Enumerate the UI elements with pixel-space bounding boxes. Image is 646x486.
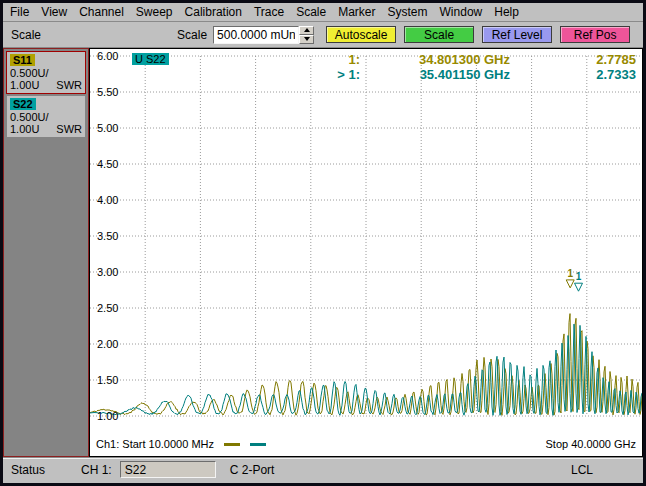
- scale-value-input[interactable]: [213, 26, 299, 44]
- swr-plot-canvas[interactable]: 11: [90, 49, 642, 456]
- marker-frequency: 34.801300 GHz: [360, 52, 510, 67]
- s11-trace-chip: S11: [10, 54, 35, 66]
- menu-item-window[interactable]: Window: [440, 5, 483, 19]
- menu-item-help[interactable]: Help: [494, 5, 519, 19]
- scale-button[interactable]: Scale: [404, 26, 474, 43]
- plot-panel[interactable]: 11 6.005.505.004.504.003.503.002.502.001…: [89, 48, 643, 457]
- spin-up-icon: [304, 28, 310, 32]
- marker-readout-s11: 1: 34.801300 GHz 2.7785: [318, 52, 636, 67]
- menu-item-sweep[interactable]: Sweep: [136, 5, 173, 19]
- autoscale-button[interactable]: Autoscale: [326, 26, 396, 43]
- s22-trace-chip: S22: [10, 98, 36, 110]
- lcl-mode-indicator: LCL: [571, 463, 593, 477]
- vna-application-window: FileViewChannelSweepCalibrationTraceScal…: [0, 0, 646, 486]
- menu-item-view[interactable]: View: [41, 5, 67, 19]
- menu-item-marker[interactable]: Marker: [338, 5, 375, 19]
- scale-stepper: [299, 26, 314, 44]
- menu-item-calibration[interactable]: Calibration: [185, 5, 242, 19]
- marker-frequency: 35.401150 GHz: [360, 67, 510, 82]
- trace-info-s22[interactable]: S22 0.500U/ 1.00U SWR: [6, 95, 86, 138]
- marker-label: 1: [567, 268, 573, 279]
- trace-sidebar: S11 0.500U/ 1.00U SWR S22 0.500U/ 1.00U …: [3, 48, 89, 457]
- marker-triangle[interactable]: [566, 280, 574, 288]
- spin-down-button[interactable]: [299, 35, 314, 44]
- marker-triangle[interactable]: [575, 283, 583, 291]
- s22-format: SWR: [56, 123, 82, 135]
- ref-pos-button[interactable]: Ref Pos: [560, 26, 630, 43]
- marker-label: 1: [576, 271, 582, 282]
- s11-format: SWR: [56, 79, 82, 91]
- spin-down-icon: [304, 37, 310, 41]
- menu-item-system[interactable]: System: [388, 5, 428, 19]
- s22-legend-swatch: [250, 443, 266, 446]
- ref-level-button[interactable]: Ref Level: [482, 26, 552, 43]
- menu-item-trace[interactable]: Trace: [254, 5, 284, 19]
- sweep-stop-label: Stop 40.0000 GHz: [545, 438, 636, 450]
- menu-item-file[interactable]: File: [10, 5, 29, 19]
- channel-label: CH 1:: [81, 463, 112, 477]
- spin-up-button[interactable]: [299, 26, 314, 35]
- s11-legend-swatch: [224, 443, 240, 446]
- marker-readout: 1: 34.801300 GHz 2.7785 > 1: 35.401150 G…: [318, 52, 636, 82]
- active-trace-chip: U S22: [132, 53, 169, 65]
- s11-scale-value: 0.500U/: [10, 67, 82, 79]
- menu-item-scale[interactable]: Scale: [296, 5, 326, 19]
- status-bar: Status CH 1: S22 C 2-Port LCL: [3, 457, 643, 481]
- s22-scale-value: 0.500U/: [10, 111, 82, 123]
- marker-readout-s22: > 1: 35.401150 GHz 2.7333: [318, 67, 636, 82]
- measurement-selector[interactable]: S22: [120, 461, 216, 478]
- menu-item-channel[interactable]: Channel: [79, 5, 124, 19]
- toolbar: Scale Scale Autoscale Scale Ref Level Re…: [3, 22, 643, 48]
- s22-ref-value: 1.00U: [10, 123, 39, 135]
- trace-info-s11[interactable]: S11 0.500U/ 1.00U SWR: [6, 51, 86, 94]
- scale-field-label: Scale: [177, 28, 207, 42]
- s11-ref-value: 1.00U: [10, 79, 39, 91]
- menubar: FileViewChannelSweepCalibrationTraceScal…: [3, 3, 643, 22]
- calibration-status: C 2-Port: [230, 463, 275, 477]
- sweep-start-label: Ch1: Start 10.0000 MHz: [96, 438, 214, 450]
- marker-value: 2.7785: [510, 52, 636, 67]
- marker-value: 2.7333: [510, 67, 636, 82]
- main-area: S11 0.500U/ 1.00U SWR S22 0.500U/ 1.00U …: [3, 48, 643, 457]
- toolbar-mode-label: Scale: [11, 28, 41, 42]
- sweep-range-footer: Ch1: Start 10.0000 MHz Stop 40.0000 GHz: [96, 438, 636, 450]
- status-label: Status: [11, 463, 45, 477]
- marker-number: > 1:: [318, 67, 360, 82]
- marker-number: 1:: [318, 52, 360, 67]
